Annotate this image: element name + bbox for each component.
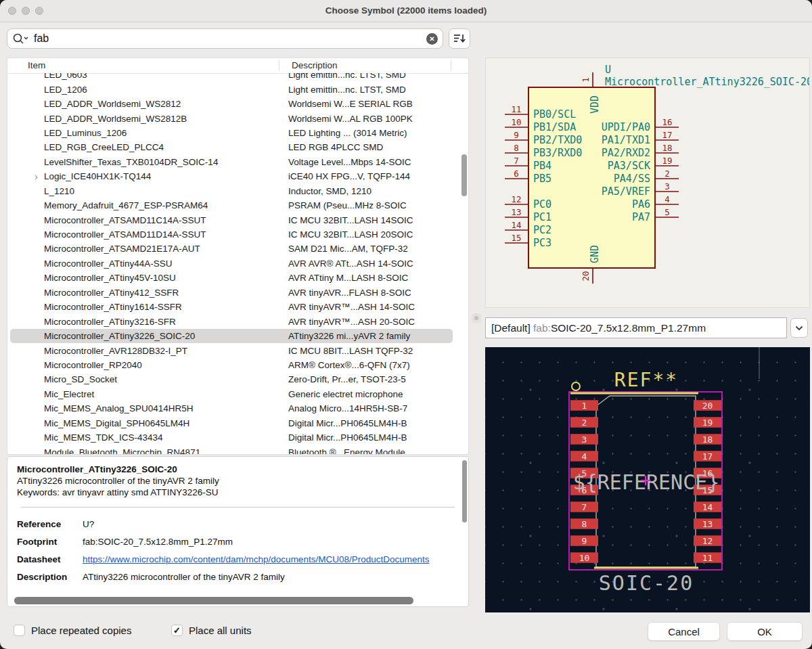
item-description: iCE40 HX FPG...V, TQFP-144	[281, 171, 468, 181]
column-header-description[interactable]: Description	[292, 60, 338, 70]
titlebar[interactable]: Choose Symbol (22000 items loaded)	[0, 0, 812, 22]
item-name: Microcontroller_RP2040	[44, 360, 142, 370]
svg-text:7: 7	[582, 502, 587, 512]
table-row[interactable]: LED_ADDR_Worldsemi_WS2812Worldsemi W...E…	[7, 97, 468, 111]
svg-text:20: 20	[581, 271, 591, 281]
table-row[interactable]: Micro_SD_SocketZero-Drift, Pr...er, TSOT…	[7, 372, 468, 386]
table-row[interactable]: LED_RGB_CreeLED_PLCC4LED RGB 4PLCC SMD	[7, 140, 468, 154]
table-row[interactable]: Memory_Adafruit_4677_ESP-PSRAM64PSRAM (P…	[7, 198, 468, 212]
table-row[interactable]: Microcontroller_ATSAMD11C14A-SSUTIC MCU …	[7, 212, 468, 227]
svg-text:PC3: PC3	[533, 237, 551, 249]
footprint-name: SOIC-20_7.5x12.8mm_P1.27mm	[551, 322, 706, 334]
sort-button[interactable]	[449, 28, 470, 49]
svg-text:8: 8	[514, 143, 519, 153]
table-row[interactable]: Microcontroller_ATtiny3226_SOIC-20ATtiny…	[7, 329, 468, 343]
svg-text:17: 17	[662, 130, 672, 140]
detail-field-reference: Reference U?	[17, 518, 459, 530]
symbol-list: LED_0603Light emittin...nc. LTST, SMDLED…	[7, 73, 468, 454]
search-input[interactable]	[30, 32, 426, 45]
svg-text:PB0/SCL: PB0/SCL	[533, 108, 576, 120]
field-label: Datasheet	[17, 554, 83, 565]
symbol-rows: LED_0603Light emittin...nc. LTST, SMDLED…	[7, 73, 468, 454]
svg-text:1: 1	[581, 77, 591, 83]
svg-text:VDD: VDD	[589, 95, 601, 114]
table-row[interactable]: Microcontroller_ATSAMD11D14A-SSUTIC MCU …	[7, 227, 468, 242]
table-row[interactable]: Microcontroller_ATtiny44A-SSUAVR AVR® AT…	[7, 256, 468, 271]
place-all-units-option[interactable]: ✓ Place all units	[171, 625, 252, 636]
details-vertical-scrollbar[interactable]	[462, 460, 467, 522]
table-row[interactable]: Mic_MEMS_Digital_SPH0645LM4HDigital Micr…	[7, 416, 468, 430]
field-label: Footprint	[17, 536, 83, 547]
table-row[interactable]: Microcontroller_ATtiny45V-10SUAVR ATtiny…	[7, 271, 468, 285]
table-row[interactable]: Module_Bluetooth_Microchip_RN4871Bluetoo…	[7, 445, 468, 454]
item-description: ATtiny3226 mi...yAVR 2 family	[281, 331, 468, 341]
column-header-item[interactable]: Item	[28, 60, 45, 70]
footprint-selector[interactable]: [Default] fab:SOIC-20_7.5x12.8mm_P1.27mm	[485, 317, 787, 338]
svg-text:8: 8	[582, 519, 587, 529]
table-row[interactable]: L_1210Inductor, SMD, 1210	[7, 184, 468, 198]
table-row[interactable]: Mic_MEMS_Analog_SPU0414HR5HAnalog Micro.…	[7, 401, 468, 416]
table-header: Item Description	[7, 58, 468, 74]
svg-text:7: 7	[514, 156, 519, 166]
details-divider	[21, 507, 455, 508]
table-row[interactable]: Microcontroller_ATtiny3216-SFRAVR tinyAV…	[7, 314, 468, 328]
item-description: Inductor, SMD, 1210	[281, 186, 468, 196]
option-label: Place repeated copies	[31, 625, 131, 636]
column-divider-2[interactable]	[451, 60, 451, 71]
svg-text:U: U	[605, 64, 611, 76]
symbol-preview-svg: UMicrocontroller_ATtiny3226_SOIC-201VDD2…	[486, 58, 810, 308]
table-row[interactable]: Mic_MEMS_TDK_ICS-43434Digital Micr...PH0…	[7, 430, 468, 445]
ok-button[interactable]: OK	[727, 622, 803, 641]
table-row[interactable]: LED_Luminus_1206LED Lighting ... (3014 M…	[7, 126, 468, 140]
svg-text:12: 12	[702, 536, 713, 546]
table-row[interactable]: LevelShifter_Texas_TXB0104DR_SOIC-14Volt…	[7, 155, 468, 169]
svg-text:19: 19	[702, 418, 713, 428]
svg-text:PC1: PC1	[533, 211, 551, 223]
table-row[interactable]: Microcontroller_ATtiny412_SSFRAVR tinyAV…	[7, 286, 468, 300]
option-checkbox[interactable]: ✓	[171, 625, 183, 636]
table-row[interactable]: Microcontroller_ATtiny1614-SSFRAVR tinyA…	[7, 300, 468, 314]
item-description: IC MCU 8BIT...LASH TQFP-32	[281, 346, 468, 356]
item-description: AVR tinyAVR...FLASH 8-SOIC	[281, 288, 468, 298]
option-checkbox[interactable]	[14, 625, 25, 636]
item-name: Microcontroller_ATtiny3216-SFR	[44, 317, 176, 327]
item-name: LevelShifter_Texas_TXB0104DR_SOIC-14	[44, 157, 218, 167]
svg-text:4: 4	[582, 451, 587, 462]
item-name: Microcontroller_ATSAMD11D14A-SSUT	[44, 229, 206, 240]
list-vertical-scrollbar[interactable]	[461, 154, 467, 196]
datasheet-link[interactable]: https://www.microchip.com/content/dam/mc…	[83, 554, 429, 564]
item-description: Digital Micr...PH0645LM4H-B	[281, 418, 468, 428]
table-row[interactable]: Microcontroller_ATSAMD21E17A-AUTSAM D21 …	[7, 242, 468, 256]
svg-text:2: 2	[582, 418, 587, 428]
table-row[interactable]: Microcontroller_RP2040ARM® Cortex®...6-Q…	[7, 358, 468, 372]
table-row[interactable]: LED_ADDR_Worldsemi_WS2812BWorldsemi W...…	[7, 111, 468, 125]
clear-search-button[interactable]: ✕	[426, 33, 438, 45]
pane-splitter-handle[interactable]	[472, 313, 481, 323]
svg-text:Microcontroller_ATtiny3226_SOI: Microcontroller_ATtiny3226_SOIC-20	[605, 76, 810, 88]
footprint-selector-dropdown-button[interactable]	[790, 318, 808, 338]
svg-text:PA2/RXD2: PA2/RXD2	[602, 147, 650, 159]
place-repeated-copies-option[interactable]: Place repeated copies	[14, 625, 131, 636]
details-horizontal-scrollbar-track[interactable]	[9, 597, 466, 604]
item-name: Module_Bluetooth_Microchip_RN4871	[44, 447, 200, 454]
search-input-wrap: ✕	[7, 28, 443, 49]
details-horizontal-scrollbar-thumb[interactable]	[14, 597, 413, 604]
item-description: SAM D21 Mic...AM, TQFP-32	[281, 244, 468, 254]
cancel-button[interactable]: Cancel	[648, 622, 720, 641]
svg-text:PA4/SS: PA4/SS	[614, 173, 650, 185]
svg-text:PB1/SDA: PB1/SDA	[533, 121, 576, 133]
svg-text:20: 20	[702, 401, 713, 411]
expander-chevron-icon[interactable]: ›	[35, 171, 38, 181]
table-row[interactable]: Microcontroller_AVR128DB32-I_PTIC MCU 8B…	[7, 343, 468, 357]
choose-symbol-dialog: Choose Symbol (22000 items loaded) ✕ Ite…	[0, 0, 812, 649]
svg-text:14: 14	[702, 502, 713, 512]
table-row[interactable]: LED_1206Light emittin...nc. LTST, SMD	[7, 82, 468, 96]
table-row[interactable]: Mic_ElectretGeneric electret microphone	[7, 387, 468, 401]
item-name: Microcontroller_ATtiny45V-10SU	[44, 273, 176, 283]
field-value: ATtiny3226 microcontroller of the tinyAV…	[83, 571, 459, 583]
search-icon	[12, 32, 30, 45]
svg-text:13: 13	[511, 207, 521, 217]
table-row[interactable]: ›Logic_ICE40HX1K-TQ144iCE40 HX FPG...V, …	[7, 169, 468, 183]
column-divider[interactable]	[279, 60, 279, 71]
table-row[interactable]: LED_0603Light emittin...nc. LTST, SMD	[7, 73, 468, 82]
